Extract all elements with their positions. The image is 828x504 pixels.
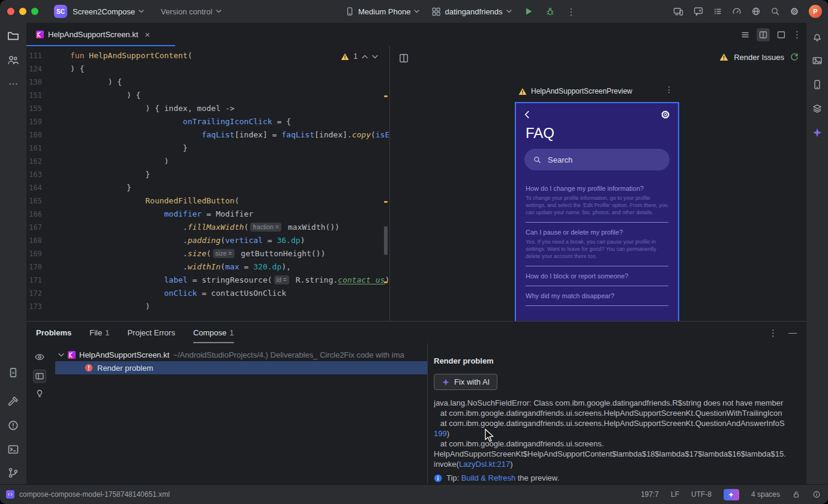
more-tool-windows-icon[interactable]: ⋯ (8, 79, 18, 89)
inspections-info-icon[interactable] (812, 490, 821, 499)
minimize-window-button[interactable] (19, 8, 26, 15)
editor-options-icon[interactable]: ⋮ (793, 30, 802, 39)
warning-stripe-mark[interactable] (384, 201, 388, 203)
profiler-icon[interactable] (732, 7, 742, 16)
next-problem-icon[interactable] (372, 55, 378, 59)
refresh-preview-icon[interactable] (790, 52, 799, 62)
line-number[interactable]: 111 (26, 49, 42, 62)
code-line-163[interactable]: 163 } (26, 168, 389, 181)
line-separator[interactable]: LF (671, 490, 679, 499)
indent-config[interactable]: 4 spaces (751, 490, 780, 499)
line-number[interactable]: 166 (26, 208, 42, 221)
code-view-icon[interactable] (739, 28, 752, 41)
device-mirroring-icon[interactable] (673, 7, 684, 16)
line-number[interactable]: 170 (26, 260, 42, 274)
preview-eye-icon[interactable] (34, 352, 45, 362)
project-selector[interactable]: Screen2Compose (73, 0, 144, 23)
hide-panel-icon[interactable]: — (788, 328, 797, 337)
code-editor[interactable]: 111fun HelpAndSupportContent(124) {130 )… (26, 46, 389, 321)
version-control-menu[interactable]: Version control (161, 0, 221, 23)
debug-button[interactable] (545, 7, 555, 16)
status-file[interactable]: compose-compose-model-1758748140651.xml (6, 485, 170, 504)
code-line-168[interactable]: 168 .padding(vertical = 36.dp) (26, 234, 389, 247)
line-number[interactable]: 163 (26, 168, 42, 181)
line-number[interactable]: 155 (26, 102, 42, 115)
tab-helpandsupportscreen-kt[interactable]: HelpAndSupportScreen.kt × (26, 23, 175, 46)
tree-error-row-selected[interactable]: Render problem (55, 361, 427, 374)
line-number[interactable]: 130 (26, 76, 42, 89)
warning-stripe-mark[interactable] (384, 281, 388, 283)
code-line-173[interactable]: 173 ) (26, 300, 389, 313)
code-line-170[interactable]: 170 .widthIn(max = 320.dp), (26, 260, 389, 274)
search-icon[interactable] (770, 7, 780, 16)
terminal-icon[interactable] (7, 443, 19, 455)
design-view-icon[interactable] (775, 28, 788, 41)
git-branch-icon[interactable] (7, 467, 19, 479)
panel-layout-icon[interactable] (33, 370, 46, 383)
more-run-options-button[interactable]: ⋮ (567, 7, 576, 16)
code-line-164[interactable]: 164 } (26, 181, 389, 194)
quickfix-bulb-icon[interactable] (35, 389, 44, 398)
line-number[interactable]: 151 (26, 89, 42, 102)
running-devices-icon[interactable] (7, 367, 19, 379)
collaborators-icon[interactable] (7, 54, 19, 66)
preview-card-header[interactable]: HelpAndSupportScreenPreview (518, 87, 632, 95)
preview-menu-icon[interactable]: ⋮ (665, 85, 673, 94)
code-line-167[interactable]: 167 .fillMaxWidth(fraction = maxWidth()) (26, 221, 389, 234)
run-button[interactable] (524, 7, 533, 16)
code-line-162[interactable]: 162 ) (26, 155, 389, 168)
tree-file-row[interactable]: HelpAndSupportScreen.kt ~/AndroidStudioP… (53, 348, 427, 361)
line-number[interactable]: 165 (26, 194, 42, 208)
device-selector[interactable]: Medium Phone (345, 0, 419, 23)
code-line-166[interactable]: 166 modifier = Modifier (26, 208, 389, 221)
file-encoding[interactable]: UTF-8 (691, 490, 712, 499)
code-line-111[interactable]: 111fun HelpAndSupportContent( (26, 49, 389, 62)
code-line-161[interactable]: 161 } (26, 142, 389, 155)
zoom-window-button[interactable] (31, 8, 38, 15)
line-number[interactable]: 164 (26, 181, 42, 194)
compose-preview-phone[interactable]: FAQ Search How do I change my profile in… (515, 102, 679, 321)
ai-chat-icon[interactable] (694, 7, 703, 16)
stack-link[interactable]: LazyDsl.kt:217 (459, 460, 510, 469)
inspections-widget[interactable]: 1 (338, 51, 380, 62)
stack-link[interactable]: 199 (434, 429, 447, 438)
line-number[interactable]: 171 (26, 274, 42, 287)
close-tab-icon[interactable]: × (145, 29, 150, 40)
line-number[interactable]: 173 (26, 300, 42, 313)
code-line-151[interactable]: 151 ) { (26, 89, 389, 102)
code-line-159[interactable]: 159 onTrailingIconClick = { (26, 115, 389, 128)
editor-scrollbar[interactable] (384, 226, 388, 255)
fix-with-ai-button[interactable]: Fix with AI (434, 374, 497, 390)
network-globe-icon[interactable] (751, 7, 761, 16)
line-number[interactable]: 160 (26, 128, 42, 142)
project-tool-icon[interactable] (7, 30, 19, 42)
code-line-169[interactable]: 169 .size(size = getButtonHeight()) (26, 247, 389, 260)
layers-icon[interactable] (812, 103, 823, 114)
tab-compose[interactable]: Compose1 (193, 322, 234, 343)
code-line-155[interactable]: 155 ) { index, model -> (26, 102, 389, 115)
task-list-icon[interactable] (713, 7, 722, 16)
tab-file[interactable]: File1 (89, 322, 109, 343)
device-manager-icon[interactable] (812, 79, 823, 90)
settings-gear-icon[interactable] (790, 7, 799, 16)
code-line-160[interactable]: 160 faqList[index] = faqList[index].copy… (26, 128, 389, 142)
line-number[interactable]: 169 (26, 247, 42, 260)
notifications-bell-icon[interactable] (812, 31, 823, 42)
code-line-172[interactable]: 172 onClick = contactUsOnClick (26, 287, 389, 300)
render-issues-label[interactable]: Render Issues (734, 53, 784, 62)
tip-link[interactable]: Build & Refresh (461, 473, 515, 482)
tab-project-errors[interactable]: Project Errors (127, 322, 175, 343)
line-number[interactable]: 162 (26, 155, 42, 168)
caret-position[interactable]: 197:7 (641, 490, 659, 499)
line-number[interactable]: 167 (26, 221, 42, 234)
problems-tool-icon[interactable] (7, 419, 19, 431)
code-line-171[interactable]: 171 label = stringResource(id = R.string… (26, 274, 389, 287)
build-hammer-icon[interactable] (7, 395, 19, 407)
problems-options-icon[interactable]: ⋮ (769, 328, 778, 337)
run-configuration-selector[interactable]: datingandfriends (431, 0, 511, 23)
line-number[interactable]: 159 (26, 115, 42, 128)
previous-problem-icon[interactable] (362, 55, 368, 59)
split-view-icon[interactable] (757, 28, 770, 41)
gemini-ai-icon[interactable] (812, 127, 823, 138)
code-line-124[interactable]: 124) { (26, 62, 389, 76)
